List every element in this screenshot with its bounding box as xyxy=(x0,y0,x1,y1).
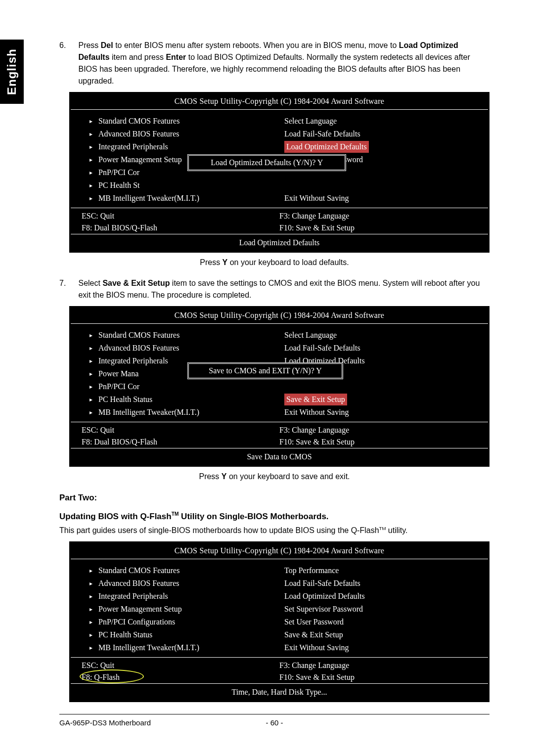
menu-item[interactable]: ▸Standard CMOS Features xyxy=(89,564,284,577)
triangle-right-icon: ▸ xyxy=(89,356,98,365)
hint-f8: F8: Dual BIOS/Q-Flash xyxy=(82,436,279,448)
bios-help-line: Save Data to CMOS xyxy=(71,448,488,465)
menu-item[interactable]: Load Fail-Safe Defaults xyxy=(284,128,479,140)
label: PC Health Status xyxy=(98,629,152,641)
menu-item[interactable]: ▸MB Intelligent Tweaker(M.I.T.) xyxy=(89,641,284,654)
step-7: 7. Select Save & Exit Setup item to save… xyxy=(59,277,490,301)
label: PnP/PCI Cor xyxy=(98,381,139,393)
label: Power Mana xyxy=(98,368,138,380)
key-del: Del xyxy=(101,41,113,49)
menu-item[interactable]: ▸Advanced BIOS Features xyxy=(89,342,284,355)
menu-item[interactable]: ▸Advanced BIOS Features xyxy=(89,128,284,140)
label: Exit Without Saving xyxy=(284,192,349,204)
label: Advanced BIOS Features xyxy=(98,128,179,140)
text: This part guides users of single-BIOS mo… xyxy=(59,526,379,534)
label: Load Fail-Safe Defaults xyxy=(284,128,360,140)
bios-screenshot-save-exit: CMOS Setup Utility-Copyright (C) 1984-20… xyxy=(69,306,490,467)
label: MB Intelligent Tweaker(M.I.T.) xyxy=(98,642,199,654)
triangle-right-icon: ▸ xyxy=(89,592,98,601)
key-y: Y xyxy=(222,258,228,267)
menu-item[interactable]: ▸Standard CMOS Features xyxy=(89,329,284,342)
label: Power Management Setup xyxy=(98,154,182,166)
label: Select Language xyxy=(284,115,337,127)
bios-confirm-dialog[interactable]: Save to CMOS and EXIT (Y/N)? Y xyxy=(187,362,343,379)
menu-item[interactable]: Load Optimized Defaults xyxy=(284,590,479,603)
menu-item[interactable]: ▸PnP/PCI Cor xyxy=(89,380,284,393)
menu-item[interactable]: ▸PC Health St xyxy=(89,179,284,192)
menu-item[interactable]: Select Language xyxy=(284,329,479,342)
menu-item[interactable]: Exit Without Saving xyxy=(284,192,479,205)
label: PnP/PCI Cor xyxy=(98,167,139,178)
text: Utility on Single-BIOS Motherboards. xyxy=(178,512,328,521)
text: Press xyxy=(78,41,100,49)
menu-item-highlighted[interactable]: Load Optimized Defaults xyxy=(284,140,479,153)
label: Integrated Peripherals xyxy=(98,141,168,153)
page-content: 6. Press Del to enter BIOS menu after sy… xyxy=(59,40,490,729)
menu-item[interactable]: Save & Exit Setup xyxy=(284,628,479,641)
bios-title: CMOS Setup Utility-Copyright (C) 1984-20… xyxy=(71,93,488,110)
label: Load Optimized Defaults xyxy=(284,590,365,602)
triangle-right-icon: ▸ xyxy=(89,344,98,353)
menu-item[interactable]: ▸MB Intelligent Tweaker(M.I.T.) xyxy=(89,406,284,419)
hint-f3: F3: Change Language xyxy=(279,210,477,222)
menu-item-highlighted[interactable]: Save & Exit Setup xyxy=(284,393,479,406)
menu-item[interactable]: ▸Standard CMOS Features xyxy=(89,115,284,128)
text: to enter BIOS menu after system reboots.… xyxy=(113,41,397,49)
text-save-exit: Save & Exit Setup xyxy=(102,279,170,287)
step-number: 6. xyxy=(59,40,76,51)
bios-title: CMOS Setup Utility-Copyright (C) 1984-20… xyxy=(71,308,488,324)
hint-f10: F10: Save & Exit Setup xyxy=(279,671,477,683)
text: on your keyboard to save and exit. xyxy=(226,472,350,481)
page-footer: GA-965P-DS3 Motherboard - 60 - xyxy=(59,714,490,729)
label: Set Supervisor Password xyxy=(284,603,363,615)
triangle-right-icon: ▸ xyxy=(89,579,98,588)
label: Standard CMOS Features xyxy=(98,329,179,341)
menu-item[interactable]: ▸Advanced BIOS Features xyxy=(89,577,284,590)
part-two-heading: Part Two: xyxy=(59,491,490,504)
label: Standard CMOS Features xyxy=(98,115,179,127)
footer-page-number: - 60 - xyxy=(250,717,299,729)
trademark-icon: TM xyxy=(172,511,179,517)
bios-screenshot-qflash: CMOS Setup Utility-Copyright (C) 1984-20… xyxy=(69,541,490,702)
menu-item[interactable]: ▸MB Intelligent Tweaker(M.I.T.) xyxy=(89,192,284,205)
label: PnP/PCI Configurations xyxy=(98,616,175,628)
text: on your keyboard to load defaults. xyxy=(227,258,349,267)
text: Press xyxy=(200,258,222,267)
menu-item[interactable]: Set User Password xyxy=(284,616,479,628)
triangle-right-icon: ▸ xyxy=(89,168,98,177)
trademark-icon: TM xyxy=(379,526,386,531)
bios-title: CMOS Setup Utility-Copyright (C) 1984-20… xyxy=(71,543,488,559)
text: Select xyxy=(78,279,102,287)
label: Save & Exit Setup xyxy=(284,394,347,405)
label: Load Fail-Safe Defaults xyxy=(284,578,360,589)
triangle-right-icon: ▸ xyxy=(89,181,98,190)
menu-item[interactable]: ▸Integrated Peripherals xyxy=(89,140,284,153)
label: Load Optimized Defaults xyxy=(284,141,369,153)
triangle-right-icon: ▸ xyxy=(89,194,98,203)
menu-item[interactable]: Top Performance xyxy=(284,564,479,577)
menu-item[interactable]: Load Fail-Safe Defaults xyxy=(284,577,479,590)
menu-item[interactable]: ▸PC Health Status xyxy=(89,628,284,641)
bios-confirm-dialog[interactable]: Load Optimized Defaults (Y/N)? Y xyxy=(187,154,346,171)
triangle-right-icon: ▸ xyxy=(89,382,98,391)
label: Set User Password xyxy=(284,616,344,628)
marker-circle-annotation xyxy=(80,669,144,683)
menu-item[interactable]: ▸Integrated Peripherals xyxy=(89,590,284,603)
menu-item xyxy=(284,380,479,393)
label: Exit Without Saving xyxy=(284,406,349,418)
menu-item[interactable]: Exit Without Saving xyxy=(284,641,479,654)
menu-item[interactable]: ▸PC Health Status xyxy=(89,393,284,406)
menu-item[interactable]: ▸Power Management Setup xyxy=(89,603,284,616)
menu-item[interactable]: Select Language xyxy=(284,115,479,128)
text: utility. xyxy=(386,526,407,534)
menu-item[interactable]: Exit Without Saving xyxy=(284,406,479,419)
hint-f3: F3: Change Language xyxy=(279,660,477,671)
menu-item[interactable]: Load Fail-Safe Defaults xyxy=(284,342,479,355)
part-two-subheading: Updating BIOS with Q-FlashTM Utility on … xyxy=(59,510,490,523)
label: MB Intelligent Tweaker(M.I.T.) xyxy=(98,192,199,204)
label: Top Performance xyxy=(284,565,339,577)
menu-item[interactable]: ▸PnP/PCI Configurations xyxy=(89,616,284,628)
step-6: 6. Press Del to enter BIOS menu after sy… xyxy=(59,40,490,87)
triangle-right-icon: ▸ xyxy=(89,566,98,575)
menu-item[interactable]: Set Supervisor Password xyxy=(284,603,479,616)
